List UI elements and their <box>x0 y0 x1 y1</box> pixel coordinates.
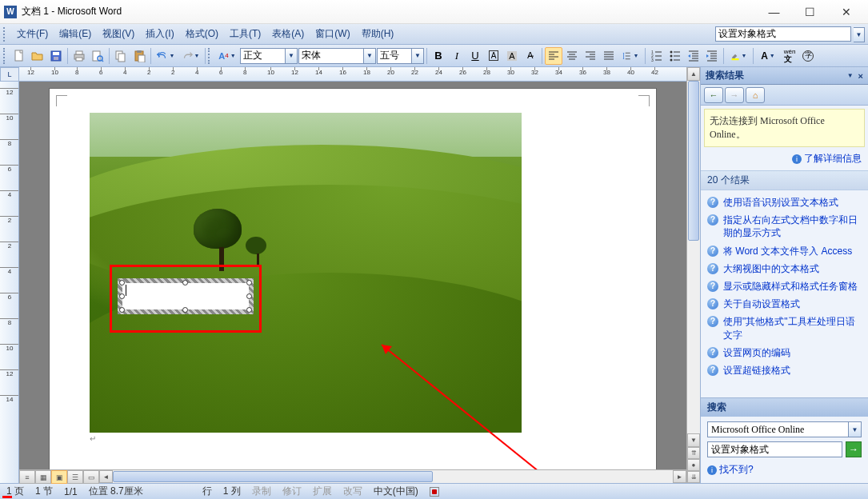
size-combo[interactable]: ▼ <box>377 48 424 64</box>
normal-view-button[interactable]: ≡ <box>19 470 35 484</box>
maximize-button[interactable]: ☐ <box>792 1 828 23</box>
scroll-left-button[interactable]: ◄ <box>99 470 113 483</box>
menu-file[interactable]: 文件(F) <box>11 25 54 43</box>
paste-button[interactable] <box>130 47 148 65</box>
nav-back-button[interactable]: ← <box>704 87 723 103</box>
format-style-button[interactable]: A4▼ <box>215 47 239 65</box>
result-item[interactable]: ?设置超链接格式 <box>702 361 866 379</box>
not-found-link[interactable]: i找不到? <box>707 464 754 475</box>
vscroll-thumb[interactable] <box>688 81 699 241</box>
status-record[interactable]: 录制 <box>252 485 271 498</box>
bold-button[interactable]: B <box>430 47 447 65</box>
textbox-content[interactable] <box>122 283 249 309</box>
status-position[interactable]: 位置 8.7厘米 <box>89 485 143 498</box>
bullets-button[interactable] <box>666 47 684 65</box>
phonetic-guide-button[interactable]: wén文 <box>781 47 798 65</box>
search-scope-combo[interactable]: ▼ <box>707 421 862 437</box>
align-center-button[interactable] <box>563 47 581 65</box>
resize-handle-w[interactable] <box>119 293 125 299</box>
search-scope-input[interactable] <box>707 421 849 437</box>
inserted-image[interactable] <box>90 113 522 433</box>
print-layout-view-button[interactable]: ▣ <box>51 470 67 484</box>
previous-page-button[interactable]: ⇈ <box>687 447 700 459</box>
hscroll-track[interactable] <box>113 470 673 483</box>
reading-layout-view-button[interactable]: ▭ <box>83 470 99 484</box>
numbering-button[interactable]: 123 <box>648 47 666 65</box>
style-dropdown[interactable]: ▼ <box>285 49 297 63</box>
menu-view[interactable]: 视图(V) <box>97 25 140 43</box>
status-track[interactable]: 修订 <box>282 485 302 498</box>
align-right-button[interactable] <box>582 47 599 65</box>
vscroll-track[interactable] <box>687 81 700 433</box>
scroll-up-button[interactable]: ▲ <box>687 67 700 81</box>
status-extend[interactable]: 扩展 <box>313 485 332 498</box>
scroll-right-button[interactable]: ► <box>673 470 686 483</box>
status-language[interactable]: 中文(中国) <box>374 485 418 498</box>
search-go-button[interactable]: → <box>846 441 862 457</box>
redo-button[interactable]: ▼ <box>178 47 202 65</box>
font-input[interactable] <box>299 49 363 63</box>
resize-handle-e[interactable] <box>246 293 252 299</box>
status-line[interactable]: 行 <box>202 485 212 498</box>
copy-button[interactable] <box>112 47 130 65</box>
help-question-input[interactable] <box>715 26 851 42</box>
menu-window[interactable]: 窗口(W) <box>310 25 355 43</box>
resize-handle-ne[interactable] <box>246 280 252 285</box>
horizontal-scrollbar[interactable]: ◄ ► <box>99 470 686 483</box>
character-scaling-button[interactable]: A̶ <box>522 47 539 65</box>
nav-home-button[interactable]: ⌂ <box>746 87 765 103</box>
help-question-dropdown[interactable]: ▼ <box>854 27 865 42</box>
task-pane-close-button[interactable]: × <box>858 71 863 81</box>
decrease-indent-button[interactable] <box>685 47 702 65</box>
menu-insert[interactable]: 插入(I) <box>140 25 179 43</box>
result-item[interactable]: ?将 Word 文本文件导入 Access <box>702 242 866 260</box>
menu-tools[interactable]: 工具(T) <box>224 25 266 43</box>
horizontal-ruler[interactable]: 1210864224681012141618202224262830323436… <box>19 67 686 82</box>
resize-handle-s[interactable] <box>182 307 188 313</box>
result-item[interactable]: ?使用语音识别设置文本格式 <box>702 194 866 211</box>
increase-indent-button[interactable] <box>703 47 721 65</box>
undo-button[interactable]: ▼ <box>154 47 178 65</box>
status-column[interactable]: 1 列 <box>223 485 241 498</box>
menu-edit[interactable]: 编辑(E) <box>54 25 97 43</box>
style-combo[interactable]: ▼ <box>240 48 298 64</box>
outline-view-button[interactable]: ☰ <box>67 470 83 484</box>
document-area[interactable]: ↵ <box>19 82 686 469</box>
result-item[interactable]: ?关于自动设置格式 <box>702 295 866 313</box>
details-link[interactable]: i了解详细信息 <box>792 153 862 164</box>
character-shading-button[interactable]: A <box>503 47 521 65</box>
scroll-down-button[interactable]: ▼ <box>687 433 700 447</box>
result-item[interactable]: ?使用"其他格式"工具栏处理日语文字 <box>702 313 866 343</box>
result-item[interactable]: ?显示或隐藏样式和格式任务窗格 <box>702 277 866 295</box>
toolbar-grip[interactable] <box>3 48 8 64</box>
italic-button[interactable]: I <box>448 47 466 65</box>
menu-help[interactable]: 帮助(H) <box>356 25 400 43</box>
next-page-button[interactable]: ⇊ <box>687 471 700 483</box>
print-button[interactable] <box>70 47 88 65</box>
vertical-scrollbar[interactable]: ▲ ▼ ⇈ ● ⇊ <box>686 67 700 483</box>
textbox-object[interactable] <box>118 278 254 314</box>
size-dropdown[interactable]: ▼ <box>411 49 423 63</box>
search-scope-dropdown[interactable]: ▼ <box>849 421 862 437</box>
select-browse-object-button[interactable]: ● <box>687 459 700 471</box>
resize-handle-se[interactable] <box>246 307 252 313</box>
resize-handle-sw[interactable] <box>119 307 125 313</box>
print-preview-button[interactable] <box>89 47 106 65</box>
style-input[interactable] <box>241 49 285 63</box>
underline-button[interactable]: U <box>466 47 484 65</box>
toolbar-grip[interactable] <box>208 48 213 64</box>
menu-format[interactable]: 格式(O) <box>180 25 224 43</box>
ruler-corner[interactable]: L <box>0 67 19 82</box>
result-item[interactable]: ?设置网页的编码 <box>702 344 866 361</box>
align-justify-button[interactable] <box>600 47 618 65</box>
character-border-button[interactable]: A <box>485 47 502 65</box>
result-item[interactable]: ?指定从右向左式文档中数字和日期的显示方式 <box>702 211 866 242</box>
highlight-button[interactable]: ▼ <box>726 47 750 65</box>
enclose-characters-button[interactable]: 字 <box>799 47 817 65</box>
spelling-status-icon[interactable] <box>430 487 439 497</box>
vertical-ruler[interactable]: 121086422468101214 <box>0 82 18 483</box>
task-pane-menu-button[interactable]: ▼ <box>847 72 854 79</box>
nav-forward-button[interactable]: → <box>725 87 744 103</box>
new-document-button[interactable] <box>10 47 28 65</box>
close-button[interactable]: ✕ <box>828 1 864 23</box>
